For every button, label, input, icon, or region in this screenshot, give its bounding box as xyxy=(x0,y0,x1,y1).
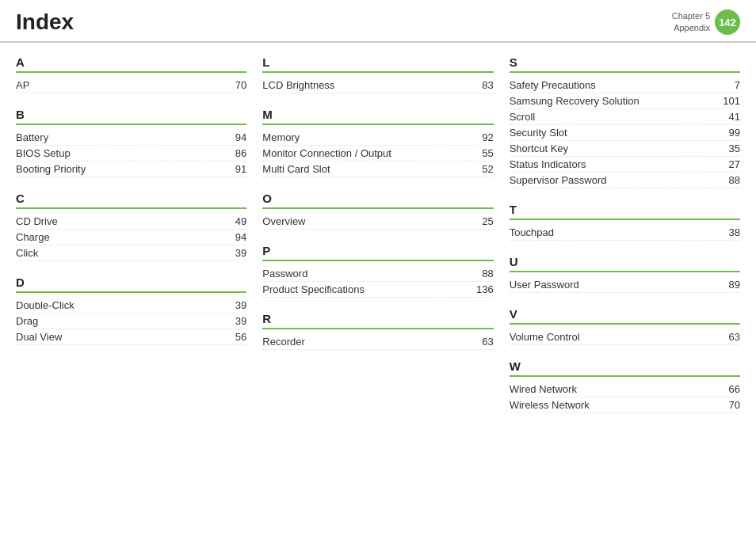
section-header-O: O xyxy=(262,192,493,209)
entry-page: 27 xyxy=(716,158,740,170)
section-B: BBattery94BIOS Setup86Booting Priority91 xyxy=(16,108,246,177)
entry-name: AP xyxy=(16,79,29,91)
entry-name: Safety Precautions xyxy=(510,79,596,91)
index-entry: Touchpad38 xyxy=(510,225,740,241)
entry-page: 66 xyxy=(716,383,740,395)
entry-name: Wireless Network xyxy=(510,399,590,411)
index-entry: AP70 xyxy=(16,78,246,93)
entry-name: Scroll xyxy=(510,111,536,123)
section-header-C: C xyxy=(16,192,246,209)
entry-page: 101 xyxy=(716,95,740,107)
entry-name: Shortcut Key xyxy=(510,143,568,154)
section-A: AAP70 xyxy=(16,55,246,93)
index-entry: Security Slot99 xyxy=(510,125,740,141)
entry-page: 94 xyxy=(223,231,246,243)
entry-name: Overview xyxy=(262,215,305,227)
section-header-R: R xyxy=(262,312,493,329)
entry-page: 49 xyxy=(223,215,246,227)
index-entry: LCD Brightness83 xyxy=(262,78,493,93)
section-header-U: U xyxy=(510,255,740,272)
entry-name: Dual View xyxy=(16,331,62,343)
entry-page: 56 xyxy=(223,331,246,343)
index-entry: CD Drive49 xyxy=(16,214,246,230)
entry-name: Memory xyxy=(262,131,300,143)
section-R: RRecorder63 xyxy=(262,312,493,350)
index-entry: Click39 xyxy=(16,245,246,261)
entry-page: 39 xyxy=(223,247,246,259)
section-C: CCD Drive49Charge94Click39 xyxy=(16,192,246,261)
index-entry: Scroll41 xyxy=(510,109,740,125)
chapter-label: Chapter 5Appendix xyxy=(672,10,710,35)
entry-page: 39 xyxy=(223,315,246,327)
section-M: MMemory92Monitor Connection / Output55Mu… xyxy=(262,108,493,177)
entry-page: 88 xyxy=(716,174,740,186)
section-header-T: T xyxy=(510,203,740,220)
entry-name: Samsung Recovery Solution xyxy=(510,95,640,107)
index-entry: Dual View56 xyxy=(16,329,246,345)
section-W: WWired Network66Wireless Network70 xyxy=(510,359,740,413)
column-1: AAP70BBattery94BIOS Setup86Booting Prior… xyxy=(16,55,262,525)
index-entry: Shortcut Key35 xyxy=(510,141,740,157)
section-header-P: P xyxy=(262,244,493,261)
index-entry: Charge94 xyxy=(16,230,246,245)
entry-page: 99 xyxy=(716,127,740,139)
index-entry: BIOS Setup86 xyxy=(16,146,246,162)
index-entry: Safety Precautions7 xyxy=(510,78,740,93)
section-header-M: M xyxy=(262,108,493,125)
entry-name: Click xyxy=(16,247,38,259)
main-content: AAP70BBattery94BIOS Setup86Booting Prior… xyxy=(0,43,756,533)
entry-page: 63 xyxy=(470,336,494,348)
index-entry: Monitor Connection / Output55 xyxy=(262,146,493,162)
section-P: PPassword88Product Specifications136 xyxy=(262,244,493,298)
entry-page: 38 xyxy=(716,226,740,238)
section-V: VVolume Control63 xyxy=(510,307,740,345)
page-header: Index Chapter 5Appendix 142 xyxy=(0,0,756,43)
entry-page: 136 xyxy=(470,283,494,295)
entry-page: 88 xyxy=(470,268,494,279)
entry-page: 83 xyxy=(470,79,494,91)
entry-name: Supervisor Password xyxy=(510,174,607,186)
entry-page: 25 xyxy=(470,215,494,227)
index-entry: Password88 xyxy=(262,266,493,282)
entry-page: 94 xyxy=(223,131,246,143)
index-entry: Product Specifications136 xyxy=(262,282,493,298)
section-header-S: S xyxy=(510,55,740,73)
section-header-W: W xyxy=(510,359,740,377)
entry-name: Touchpad xyxy=(510,226,554,238)
index-entry: Multi Card Slot52 xyxy=(262,162,493,177)
entry-name: Password xyxy=(262,268,307,279)
index-entry: Status Indicators27 xyxy=(510,157,740,173)
index-entry: Volume Control63 xyxy=(510,329,740,345)
entry-name: Product Specifications xyxy=(262,283,365,295)
entry-name: Wired Network xyxy=(510,383,577,395)
index-entry: Memory92 xyxy=(262,130,493,146)
entry-page: 92 xyxy=(470,131,494,143)
section-header-V: V xyxy=(510,307,740,325)
entry-page: 55 xyxy=(470,147,494,159)
entry-name: BIOS Setup xyxy=(16,147,71,159)
section-header-L: L xyxy=(262,55,493,73)
entry-name: Battery xyxy=(16,131,48,143)
entry-page: 52 xyxy=(470,163,494,175)
section-U: UUser Password89 xyxy=(510,255,740,293)
entry-page: 7 xyxy=(716,79,740,91)
index-entry: Overview25 xyxy=(262,214,493,230)
section-L: LLCD Brightness83 xyxy=(262,55,493,93)
entry-page: 86 xyxy=(223,147,246,159)
entry-name: CD Drive xyxy=(16,215,58,227)
header-right: Chapter 5Appendix 142 xyxy=(672,10,740,35)
entry-name: Multi Card Slot xyxy=(262,163,330,175)
entry-name: Drag xyxy=(16,315,38,327)
index-entry: Drag39 xyxy=(16,314,246,329)
column-3: SSafety Precautions7Samsung Recovery Sol… xyxy=(510,55,740,525)
page-title: Index xyxy=(16,10,74,35)
index-entry: Battery94 xyxy=(16,130,246,146)
entry-page: 91 xyxy=(223,163,246,175)
index-entry: Supervisor Password88 xyxy=(510,173,740,188)
index-entry: Samsung Recovery Solution101 xyxy=(510,93,740,109)
entry-page: 35 xyxy=(716,143,740,154)
column-2: LLCD Brightness83MMemory92Monitor Connec… xyxy=(262,55,509,525)
index-entry: Wireless Network70 xyxy=(510,397,740,413)
entry-name: LCD Brightness xyxy=(262,79,334,91)
entry-page: 70 xyxy=(223,79,246,91)
